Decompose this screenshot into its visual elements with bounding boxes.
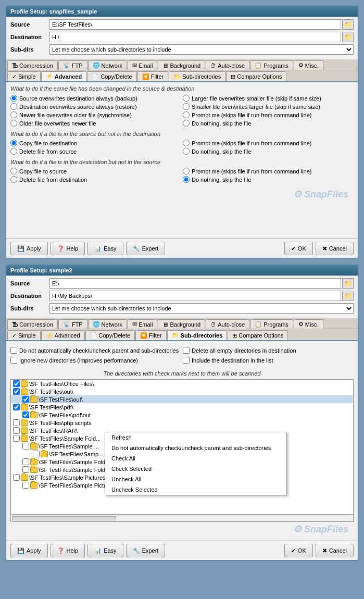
tree-cb-out[interactable] [13, 388, 20, 395]
radio-delete-from-source-input[interactable] [10, 148, 17, 155]
cb-include-dest-input[interactable] [183, 357, 190, 364]
ctx-refresh[interactable]: Refresh [105, 432, 286, 443]
w2-network-icon: 🌐 [93, 321, 100, 328]
destination-folder-btn[interactable]: 📁 [342, 32, 354, 42]
tab-compare[interactable]: ⊞Compare Options [226, 71, 286, 81]
tree-cb-pdf[interactable] [13, 404, 20, 410]
tree-cb-sample-sub1[interactable] [22, 443, 29, 450]
tab-simple[interactable]: ✓Simple [7, 71, 41, 81]
cb-ignore-new-input[interactable] [10, 357, 17, 364]
tab-autoclose[interactable]: ⏱Auto-close [206, 60, 249, 70]
tree-area[interactable]: \SF TestFiles\Office Files\ \SF TestFile… [10, 379, 354, 515]
tab-email[interactable]: ✉Email [128, 60, 158, 70]
w2-tab-compression[interactable]: 🗜Compression [7, 319, 58, 329]
tree-item-out[interactable]: \SF TestFiles\out\ [11, 388, 353, 395]
tree-item-pdf-out[interactable]: \SF TestFiles\pdf\out [11, 411, 353, 419]
w2-tab-misc[interactable]: ⚙Misc. [294, 319, 323, 329]
radio-smaller-overwrites-input[interactable] [183, 103, 190, 110]
w2-tab-advanced[interactable]: ⚡Advanced [41, 330, 85, 340]
radio-larger-overwrites-input[interactable] [183, 95, 190, 102]
tab-compression[interactable]: 🗜Compression [7, 60, 58, 70]
w2-tab-filter[interactable]: 🔽Filter [135, 330, 166, 340]
tab-ftp[interactable]: 📡FTP [58, 60, 87, 70]
tab-filter[interactable]: 🔽Filter [137, 71, 168, 81]
source-folder-btn[interactable]: 📁 [342, 19, 354, 30]
window2-help-btn[interactable]: ❓Help [51, 544, 85, 557]
w2-source-input[interactable] [49, 278, 341, 289]
tab-network[interactable]: 🌐Network [88, 60, 127, 70]
w2-tab-programs[interactable]: 📋Programs [250, 319, 293, 329]
tree-cb-sample-smth[interactable] [22, 458, 29, 465]
tab-copydelete[interactable]: 📄Copy/Delete [87, 71, 137, 81]
w2-tab-copydelete[interactable]: 📄Copy/Delete [85, 330, 135, 340]
tab-background[interactable]: 🖥Background [158, 60, 205, 70]
tree-item-out-sub[interactable]: \SF TestFiles\out\ [11, 395, 353, 403]
w2-tab-autoclose[interactable]: ⏱Auto-close [206, 319, 249, 329]
tab-programs[interactable]: 📋Programs [250, 60, 293, 70]
subdirs-select[interactable]: Let me choose which sub-directories to i… [49, 44, 354, 55]
ctx-check-all[interactable]: Check All [105, 453, 286, 464]
tree-cb-sample-photos[interactable] [22, 466, 29, 473]
radio-prompt-s2r1-input[interactable] [183, 140, 190, 146]
w2-tab-email[interactable]: ✉Email [128, 319, 158, 329]
radio-prompt-cmdline-input[interactable] [183, 111, 190, 118]
window2-cancel-btn[interactable]: ✖Cancel [316, 544, 354, 557]
radio-source-overwrites-input[interactable] [10, 95, 17, 102]
window2-apply-btn[interactable]: 💾Apply [10, 544, 48, 557]
w2-tab-ftp[interactable]: 📡FTP [58, 319, 87, 329]
tab-advanced[interactable]: ⚡Advanced [41, 71, 87, 81]
radio-do-nothing-s2-input[interactable] [183, 148, 190, 155]
radio-copy-to-dest-input[interactable] [10, 140, 17, 146]
radio-destination-overwrites-input[interactable] [10, 103, 17, 110]
tree-cb-sample-fold[interactable] [13, 435, 20, 442]
w2-subdirs-select[interactable]: Let me choose which sub-directories to i… [49, 303, 354, 314]
tree-cb-sample-pics[interactable] [13, 474, 20, 481]
w2-tab-subdirectories[interactable]: 📁Sub-directories [167, 330, 228, 340]
source-input[interactable] [49, 19, 341, 30]
radio-prompt-s3r1-input[interactable] [183, 168, 190, 174]
window1-ok-btn[interactable]: ✔OK [284, 242, 313, 255]
tree-cb-out-sub[interactable] [22, 396, 29, 403]
tree-cb-sample-archive[interactable] [22, 482, 29, 489]
ctx-uncheck-selected[interactable]: Uncheck Selected [105, 484, 286, 495]
tree-cb-pdf-out[interactable] [22, 411, 29, 418]
window1-expert-btn[interactable]: 🔧Expert [126, 242, 166, 255]
window2-expert-btn[interactable]: 🔧Expert [126, 544, 166, 557]
window1-help-btn[interactable]: ❓Help [51, 242, 85, 255]
ctx-no-auto[interactable]: Do not automatically check/uncheck paren… [105, 443, 286, 453]
w2-tab-network[interactable]: 🌐Network [88, 319, 127, 329]
w2-tab-compare[interactable]: ⊞Compare Options [228, 330, 288, 340]
tree-cb-rar[interactable] [13, 427, 20, 434]
radio-do-nothing-s3-input[interactable] [183, 176, 190, 183]
horizontal-scrollbar[interactable] [12, 516, 116, 520]
ctx-uncheck-all[interactable]: Uncheck All [105, 474, 286, 484]
radio-older-overwrites-input[interactable] [10, 120, 17, 127]
window2-easy-btn[interactable]: 📊Easy [87, 544, 123, 557]
cb-no-auto-check-input[interactable] [10, 347, 17, 354]
window2-ok-btn[interactable]: ✔OK [284, 544, 313, 557]
tree-item-pdf[interactable]: \SF TestFiles\pdf\ [11, 403, 353, 411]
window1-apply-btn[interactable]: 💾Apply [10, 242, 48, 255]
tree-cb-php[interactable] [13, 419, 20, 426]
ctx-check-selected[interactable]: Check Selected [105, 464, 286, 474]
tree-cb-sample-sub2[interactable] [33, 451, 40, 457]
radio-delete-from-dest-input[interactable] [10, 176, 17, 183]
window1-tabs-row2: ✓Simple ⚡Advanced 📄Copy/Delete 🔽Filter 📁… [6, 70, 358, 82]
radio-newer-overwrites-input[interactable] [10, 111, 17, 118]
tree-item-office[interactable]: \SF TestFiles\Office Files\ [11, 380, 353, 388]
tab-subdirectories[interactable]: 📁Sub-directories [169, 71, 225, 81]
tree-cb-office[interactable] [13, 380, 20, 387]
w2-source-folder-btn[interactable]: 📁 [342, 278, 354, 289]
radio-copy-to-source-input[interactable] [10, 168, 17, 174]
w2-tab-background[interactable]: 🖥Background [158, 319, 205, 329]
tab-misc[interactable]: ⚙Misc. [294, 60, 323, 70]
tree-item-php[interactable]: \SF TestFiles\php scripts [11, 419, 353, 427]
radio-do-nothing-s1-input[interactable] [183, 120, 190, 127]
w2-tab-simple[interactable]: ✓Simple [7, 330, 41, 340]
w2-destination-input[interactable] [49, 291, 341, 301]
window1-cancel-btn[interactable]: ✖Cancel [316, 242, 354, 255]
w2-destination-folder-btn[interactable]: 📁 [342, 291, 354, 301]
destination-input[interactable] [49, 32, 341, 42]
cb-delete-empty-input[interactable] [183, 347, 190, 354]
window1-easy-btn[interactable]: 📊Easy [87, 242, 123, 255]
